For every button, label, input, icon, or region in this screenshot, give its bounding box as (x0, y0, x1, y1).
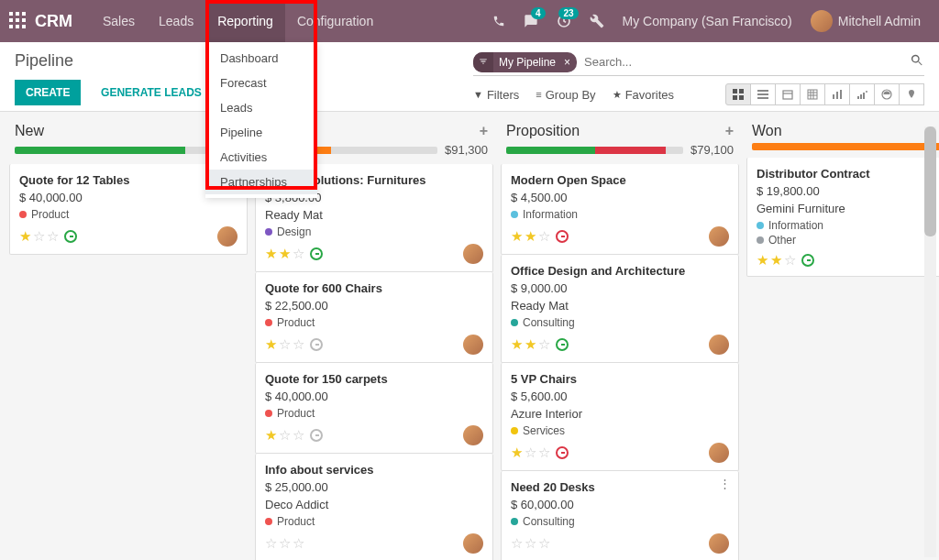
star-icon[interactable]: ☆ (279, 336, 291, 353)
column-progress-bar[interactable] (506, 147, 683, 154)
card-priority[interactable]: ★☆☆ (19, 228, 59, 245)
activity-clock-icon[interactable] (556, 338, 569, 351)
apps-icon[interactable] (9, 12, 28, 30)
dropdown-forecast[interactable]: Forecast (205, 71, 317, 95)
star-icon[interactable]: ☆ (511, 535, 523, 552)
star-icon[interactable]: ☆ (538, 535, 550, 552)
search-icon[interactable] (910, 53, 924, 71)
activity-clock-icon[interactable] (801, 254, 814, 267)
nav-configuration[interactable]: Configuration (285, 0, 385, 42)
star-icon[interactable]: ☆ (293, 336, 304, 353)
activities-icon[interactable]: 23 (557, 14, 571, 28)
activity-clock-icon[interactable] (310, 429, 323, 442)
column-add-icon[interactable]: + (725, 123, 734, 139)
star-icon[interactable]: ☆ (538, 336, 550, 353)
card-priority[interactable]: ★★☆ (511, 336, 550, 353)
column-progress-bar[interactable] (752, 143, 939, 150)
star-icon[interactable]: ☆ (293, 427, 304, 444)
card-avatar-icon[interactable] (463, 244, 483, 264)
card-avatar-icon[interactable] (463, 425, 483, 445)
star-icon[interactable]: ☆ (279, 427, 291, 444)
star-icon[interactable]: ★ (525, 228, 536, 245)
card-avatar-icon[interactable] (709, 226, 729, 247)
scrollbar[interactable] (924, 126, 936, 557)
dropdown-leads[interactable]: Leads (205, 95, 317, 120)
star-icon[interactable]: ★ (757, 252, 768, 269)
favorites-button[interactable]: ★Favorites (613, 88, 674, 102)
nav-leads[interactable]: Leads (147, 0, 205, 42)
star-icon[interactable]: ★ (265, 336, 277, 353)
view-calendar-icon[interactable] (775, 83, 801, 105)
create-button[interactable]: CREATE (15, 80, 81, 105)
view-pivot-icon[interactable] (800, 83, 825, 105)
nav-reporting[interactable]: Reporting (205, 0, 285, 42)
card-priority[interactable]: ★☆☆ (265, 427, 304, 444)
kanban-card[interactable]: Quote for 150 carpets $ 40,000.00 Produc… (255, 363, 493, 454)
view-graph-icon[interactable] (824, 83, 850, 105)
activity-clock-icon[interactable] (556, 230, 569, 243)
card-avatar-icon[interactable] (709, 335, 729, 355)
card-priority[interactable]: ★★☆ (265, 246, 304, 262)
view-cohort-icon[interactable] (849, 83, 875, 105)
star-icon[interactable]: ★ (511, 228, 523, 245)
facet-close-icon[interactable]: × (561, 53, 577, 71)
star-icon[interactable]: ☆ (293, 535, 304, 552)
user-menu[interactable]: Mitchell Admin (811, 10, 921, 32)
phone-icon[interactable] (492, 15, 505, 27)
dropdown-pipeline[interactable]: Pipeline (205, 120, 317, 145)
card-avatar-icon[interactable] (463, 533, 483, 554)
view-map-icon[interactable] (899, 83, 924, 105)
view-list-icon[interactable] (750, 83, 776, 105)
groupby-button[interactable]: ≡Group By (536, 88, 595, 102)
star-icon[interactable]: ☆ (279, 535, 291, 552)
dropdown-partnerships[interactable]: Partnerships (205, 170, 317, 194)
kanban-card[interactable]: Modern Open Space $ 4,500.00 Information… (501, 164, 739, 255)
card-avatar-icon[interactable] (463, 335, 483, 355)
generate-leads-button[interactable]: GENERATE LEADS (92, 80, 211, 105)
star-icon[interactable]: ★ (19, 228, 31, 245)
star-icon[interactable]: ☆ (538, 445, 550, 461)
card-avatar-icon[interactable] (709, 533, 729, 554)
card-priority[interactable]: ★☆☆ (511, 445, 550, 461)
star-icon[interactable]: ☆ (293, 246, 304, 262)
star-icon[interactable]: ★ (279, 246, 291, 262)
star-icon[interactable]: ☆ (525, 445, 536, 461)
kanban-card[interactable]: 5 VP Chairs $ 5,600.00 Azure Interior Se… (501, 363, 739, 471)
star-icon[interactable]: ☆ (784, 252, 796, 269)
column-title[interactable]: Won (752, 123, 939, 139)
star-icon[interactable]: ☆ (538, 228, 550, 245)
messages-icon[interactable]: 4 (524, 14, 538, 28)
card-priority[interactable]: ★★☆ (757, 252, 796, 269)
nav-sales[interactable]: Sales (91, 0, 147, 42)
star-icon[interactable]: ☆ (47, 228, 59, 245)
card-avatar-icon[interactable] (709, 443, 729, 463)
company-switcher[interactable]: My Company (San Francisco) (623, 14, 792, 28)
card-priority[interactable]: ☆☆☆ (265, 535, 304, 552)
kanban-card[interactable]: Office Design and Architecture $ 9,000.0… (501, 255, 739, 363)
debug-icon[interactable] (590, 14, 604, 28)
column-title[interactable]: New (15, 123, 234, 139)
search-facet[interactable]: My Pipeline × (473, 52, 577, 72)
activity-clock-icon[interactable] (556, 446, 569, 459)
view-kanban-icon[interactable] (725, 83, 751, 105)
kanban-card[interactable]: Quote for 600 Chairs $ 22,500.00 Product… (255, 272, 493, 363)
star-icon[interactable]: ★ (525, 336, 536, 353)
kanban-card[interactable]: Info about services $ 25,000.00 Deco Add… (255, 454, 493, 560)
view-dashboard-icon[interactable] (874, 83, 900, 105)
activity-clock-icon[interactable] (310, 338, 323, 351)
column-title[interactable]: Proposition (506, 123, 725, 139)
card-priority[interactable]: ★★☆ (511, 228, 550, 245)
search-input[interactable] (577, 51, 910, 72)
card-priority[interactable]: ☆☆☆ (511, 535, 550, 552)
card-avatar-icon[interactable] (217, 226, 238, 247)
star-icon[interactable]: ☆ (33, 228, 45, 245)
star-icon[interactable]: ★ (511, 445, 523, 461)
filters-button[interactable]: ▼Filters (473, 88, 519, 102)
card-menu-icon[interactable]: ⋮ (719, 477, 731, 490)
kanban-card[interactable]: Distributor Contract $ 19,800.00 Gemini … (746, 158, 939, 277)
dropdown-dashboard[interactable]: Dashboard (205, 46, 317, 71)
star-icon[interactable]: ★ (265, 427, 277, 444)
kanban-card[interactable]: ⋮ Need 20 Desks $ 60,000.00 Consulting ☆… (501, 471, 739, 560)
star-icon[interactable]: ★ (265, 246, 277, 262)
brand-title[interactable]: CRM (35, 12, 72, 31)
